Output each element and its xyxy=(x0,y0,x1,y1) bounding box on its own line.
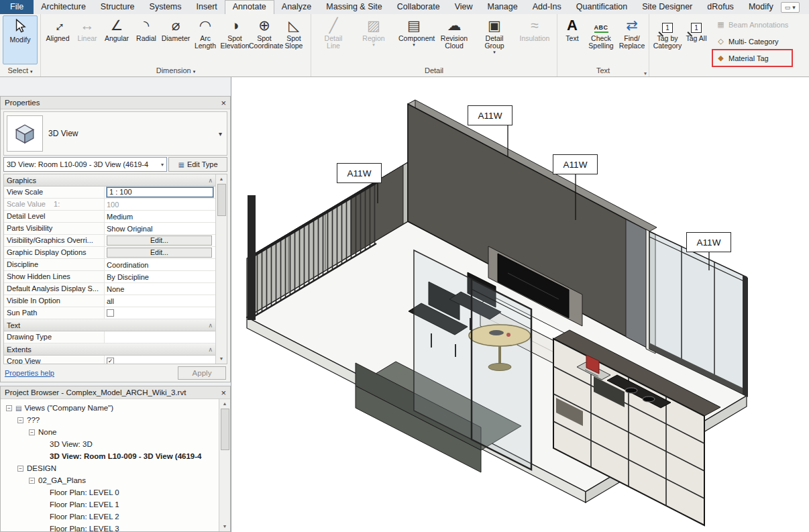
scroll-down-icon[interactable]: ▼ xyxy=(219,354,224,364)
select-panel-label[interactable]: Select ▾ xyxy=(0,65,40,76)
close-icon[interactable]: × xyxy=(221,99,226,107)
detail-line-button: ╱ Detail Line xyxy=(313,15,354,65)
dimension-panel-label[interactable]: Dimension ▾ xyxy=(41,65,311,76)
properties-help-link[interactable]: Properties help xyxy=(5,369,54,377)
find-replace-icon: ⇄ xyxy=(626,16,638,35)
tree-item-unknown[interactable]: − ??? xyxy=(1,414,219,426)
material-tag-button[interactable]: ◆ Material Tag xyxy=(713,50,792,66)
project-browser-scrollbar[interactable]: ▲ ▼ xyxy=(219,399,230,531)
tab-manage[interactable]: Manage xyxy=(480,0,525,14)
check-spelling-button[interactable]: ABC Check Spelling xyxy=(585,15,617,65)
scroll-down-icon[interactable]: ▼ xyxy=(223,522,227,531)
tab-view[interactable]: View xyxy=(447,0,480,14)
angular-dimension-button[interactable]: ∠ Angular xyxy=(102,15,131,65)
tab-annotate[interactable]: Annotate xyxy=(225,0,274,14)
collapse-box-icon[interactable]: − xyxy=(29,429,35,435)
tree-item-floor-plan-level-1[interactable]: Floor Plan: LEVEL 1 xyxy=(1,498,219,511)
tag-by-category-button[interactable]: 1 Tag by Category xyxy=(651,15,684,66)
property-group-extents[interactable]: Extents ∧ xyxy=(4,343,215,356)
type-selector[interactable]: 3D View ▾ xyxy=(3,111,227,156)
diameter-dimension-button[interactable]: ⌀ Diameter xyxy=(161,15,191,65)
tree-item-floor-plan-level-2[interactable]: Floor Plan: LEVEL 2 xyxy=(1,511,219,523)
edit-type-button[interactable]: ▦ Edit Type xyxy=(168,157,227,172)
modify-button[interactable]: Modify xyxy=(3,15,38,64)
view-scale-input[interactable]: 1 : 100 xyxy=(107,187,213,197)
wall-tag[interactable]: A11W xyxy=(468,105,513,125)
tab-collaborate[interactable]: Collaborate xyxy=(390,0,447,14)
scroll-up-icon[interactable]: ▲ xyxy=(223,399,227,409)
properties-scrollbar[interactable]: ▲ ▼ xyxy=(215,174,227,364)
tree-item-floor-plan-level-0[interactable]: Floor Plan: LEVEL 0 xyxy=(1,486,219,498)
visible-in-option-field[interactable]: all xyxy=(105,295,215,307)
tree-item-none[interactable]: − None xyxy=(1,426,219,438)
tab-modify[interactable]: Modify xyxy=(741,0,781,14)
revision-cloud-button[interactable]: ☁ Revision Cloud xyxy=(434,15,474,65)
detail-group-button[interactable]: ▣ Detail Group ▾ xyxy=(474,15,515,65)
wall-tag[interactable]: A11W xyxy=(686,232,731,252)
tree-item-3d-view-room-l10-009[interactable]: 3D View: Room L10-009 - 3D View (4619-4 xyxy=(1,450,219,462)
detail-panel-label[interactable]: Detail xyxy=(311,65,557,76)
3d-view-type-icon[interactable] xyxy=(7,115,43,152)
property-group-graphics[interactable]: Graphics ∧ xyxy=(4,174,215,187)
collapse-box-icon[interactable]: − xyxy=(17,417,23,423)
collapse-box-icon[interactable]: − xyxy=(29,478,35,484)
tag-all-button[interactable]: 1 Tag All xyxy=(684,15,709,66)
close-icon[interactable]: × xyxy=(221,388,226,397)
show-hidden-lines-field[interactable]: By Discipline xyxy=(105,271,215,282)
wall-tag[interactable]: A11W xyxy=(337,163,382,183)
parts-visibility-field[interactable]: Show Original xyxy=(105,223,215,234)
properties-panel: Properties × 3D View ▾ 3D View: Room L10… xyxy=(0,96,231,382)
drawing-type-field[interactable] xyxy=(105,331,215,343)
tab-insert[interactable]: Insert xyxy=(189,0,225,14)
tree-item-views[interactable]: − ▤ Views ("Company Name") xyxy=(1,402,219,414)
collapse-box-icon[interactable]: − xyxy=(17,466,23,472)
apply-button[interactable]: Apply xyxy=(178,366,226,380)
ribbon-display-options-button[interactable]: ▭ ▾ xyxy=(781,2,800,13)
chevron-down-icon[interactable]: ▾ xyxy=(219,130,224,138)
tree-item-02-ga-plans[interactable]: − 02_GA_Plans xyxy=(1,474,219,486)
vg-overrides-edit-button[interactable]: Edit... xyxy=(107,235,212,246)
radial-dimension-icon: ◝ xyxy=(144,16,149,35)
arc-length-dimension-button[interactable]: ◠ Arc Length xyxy=(191,15,220,65)
tab-massing-site[interactable]: Massing & Site xyxy=(319,0,389,14)
collapse-icon[interactable]: ∧ xyxy=(208,346,213,353)
property-group-text[interactable]: Text ∧ xyxy=(4,319,215,331)
tab-systems[interactable]: Systems xyxy=(142,0,189,14)
tab-site-designer[interactable]: Site Designer xyxy=(635,0,700,14)
collapse-icon[interactable]: ∧ xyxy=(208,177,213,184)
multi-category-button[interactable]: ◇ Multi- Category xyxy=(713,34,792,49)
tree-item-3d-view-3d[interactable]: 3D View: 3D xyxy=(1,438,219,450)
spot-elevation-button[interactable]: ◑ Spot Elevation xyxy=(220,15,250,65)
tab-quantification[interactable]: Quantification xyxy=(569,0,635,14)
graphic-display-edit-button[interactable]: Edit... xyxy=(107,248,212,258)
tab-structure[interactable]: Structure xyxy=(93,0,142,14)
sun-path-checkbox[interactable] xyxy=(107,309,114,317)
scrollbar-thumb[interactable] xyxy=(221,409,229,450)
discipline-field[interactable]: Coordination xyxy=(105,259,215,270)
tab-file[interactable]: File xyxy=(0,0,34,14)
scrollbar-thumb[interactable] xyxy=(217,184,226,216)
text-panel-label[interactable]: Text ▾ xyxy=(557,65,649,76)
tree-item-design[interactable]: − DESIGN xyxy=(1,462,219,474)
instance-selector-combo[interactable]: 3D View: Room L10-009 - 3D View (4619-4 … xyxy=(3,157,167,172)
find-replace-button[interactable]: ⇄ Find/ Replace xyxy=(617,15,647,65)
spot-coordinate-button[interactable]: ⊕ Spot Coordinate xyxy=(250,15,279,65)
default-analysis-field[interactable]: None xyxy=(105,283,215,295)
tab-architecture[interactable]: Architecture xyxy=(34,0,93,14)
wall-tag[interactable]: A11W xyxy=(553,154,598,174)
scroll-up-icon[interactable]: ▲ xyxy=(219,174,224,184)
tab-drofus[interactable]: dRofus xyxy=(700,0,741,14)
component-button[interactable]: ▤ Component ▾ xyxy=(394,15,434,65)
viewport-3d[interactable]: A11W A11W A11W A11W xyxy=(231,77,809,532)
tab-add-ins[interactable]: Add-Ins xyxy=(525,0,569,14)
detail-level-field[interactable]: Medium xyxy=(105,211,215,222)
tree-item-floor-plan-level-3[interactable]: Floor Plan: LEVEL 3 xyxy=(1,523,219,531)
crop-view-checkbox[interactable]: ✓ xyxy=(107,358,114,364)
collapse-icon[interactable]: ∧ xyxy=(208,322,213,329)
tab-analyze[interactable]: Analyze xyxy=(274,0,319,14)
spot-slope-button[interactable]: ◺ Spot Slope xyxy=(279,15,309,65)
aligned-dimension-button[interactable]: ↔ Aligned xyxy=(43,15,72,65)
radial-dimension-button[interactable]: ◝ Radial xyxy=(131,15,161,65)
text-button[interactable]: A Text xyxy=(559,15,585,65)
collapse-box-icon[interactable]: − xyxy=(6,405,12,411)
